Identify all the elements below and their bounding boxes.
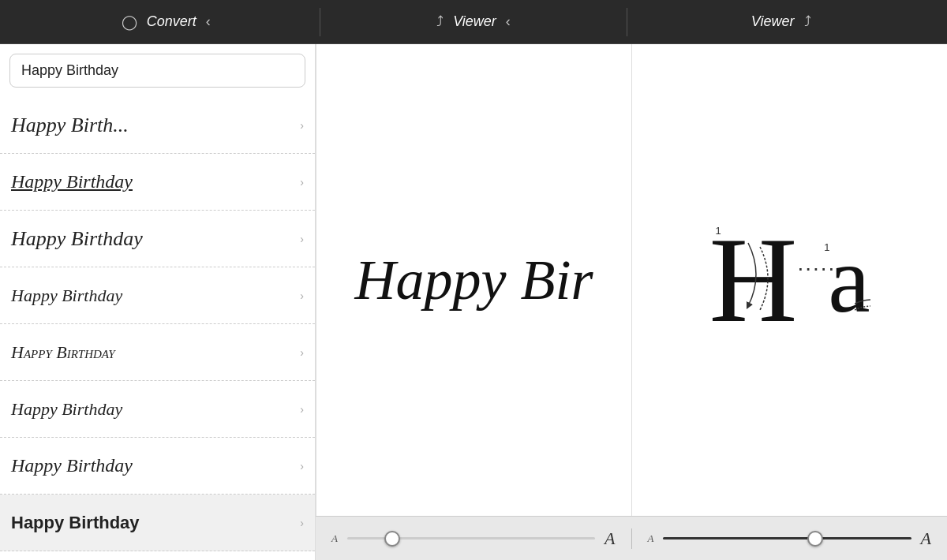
font-item-6[interactable]: Happy Birthday › — [0, 381, 315, 438]
font-item-4[interactable]: Happy Birthday › — [0, 267, 315, 324]
left-panel: Happy Birth... › Happy Birthday › Happy … — [0, 44, 316, 560]
viewer-canvas-right: 1 H — [632, 44, 947, 516]
slider-area: A A A A — [316, 516, 947, 560]
slider-section-right: A A — [631, 528, 948, 549]
font-item-7-label: Happy Birthday — [11, 455, 133, 476]
font-item-2[interactable]: Happy Birthday › — [0, 154, 315, 211]
main-content: Happy Birth... › Happy Birthday › Happy … — [0, 44, 947, 560]
app-header: ◯ Convert ‹ ⤴ Viewer ‹ Viewer ⤴ — [0, 0, 947, 44]
stroke-arrows — [732, 235, 795, 330]
header-viewer1-section: ⤴ Viewer ‹ — [320, 13, 627, 30]
chevron-icon-4: › — [300, 289, 304, 302]
stroke-number-1: 1 — [715, 226, 721, 236]
font-item-4-label: Happy Birthday — [11, 286, 122, 306]
back-icon-2[interactable]: ‹ — [506, 13, 511, 30]
header-viewer2-section: Viewer ⤴ — [627, 13, 934, 30]
font-item-7[interactable]: Happy Birthday › — [0, 438, 315, 495]
slider-right-track[interactable] — [663, 537, 911, 539]
slider-right-large-label: A — [921, 528, 931, 549]
font-item-3[interactable]: Happy Birthday › — [0, 211, 315, 267]
share-icon-1[interactable]: ⤴ — [436, 13, 444, 30]
share-icon-2[interactable]: ⤴ — [804, 13, 811, 30]
slider-section-left: A A — [316, 528, 631, 549]
font-item-5[interactable]: Happy Birthday › — [0, 324, 315, 381]
font-list: Happy Birth... › Happy Birthday › Happy … — [0, 94, 315, 560]
font-item-6-label: Happy Birthday — [11, 399, 122, 420]
slider-right-small-label: A — [648, 532, 654, 545]
chevron-icon-2: › — [300, 176, 304, 189]
chevron-icon-7: › — [300, 460, 304, 472]
slider-left-small-label: A — [331, 532, 338, 545]
slider-right-thumb[interactable] — [807, 531, 823, 547]
preview-small-letter: 1 a — [828, 233, 870, 327]
chevron-icon-6: › — [300, 403, 304, 416]
chevron-icon-1: › — [300, 119, 304, 132]
viewer-canvas-left: Happy Bir — [316, 44, 631, 516]
search-input[interactable] — [9, 54, 305, 88]
viewer2-title: Viewer — [751, 13, 795, 30]
preview-text-left: Happy Bir — [355, 248, 593, 313]
chevron-icon-8: › — [300, 517, 304, 529]
slider-left-thumb[interactable] — [384, 531, 400, 547]
viewer-panel-right: 1 H — [631, 44, 947, 516]
right-area: Happy Bir 1 H — [316, 44, 947, 560]
font-item-1-label: Happy Birth... — [11, 114, 129, 137]
trailing-strokes — [855, 288, 870, 319]
font-item-8-label: Happy Birthday — [11, 513, 140, 533]
convert-title: Convert — [147, 13, 197, 30]
font-item-8[interactable]: Happy Birthday › — [0, 495, 315, 551]
font-item-2-label: Happy Birthday — [11, 171, 133, 192]
stroke-number-2: 1 — [824, 242, 829, 252]
slider-left-track[interactable] — [347, 537, 595, 539]
font-item-3-label: Happy Birthday — [11, 227, 143, 251]
viewer1-title: Viewer — [453, 13, 496, 30]
history-icon[interactable]: ◯ — [122, 13, 137, 31]
chevron-icon-3: › — [300, 233, 304, 245]
font-item-5-label: Happy Birthday — [11, 342, 115, 363]
preview-composite: 1 H — [709, 219, 870, 342]
viewer-panels: Happy Bir 1 H — [316, 44, 947, 516]
back-icon-1[interactable]: ‹ — [206, 13, 211, 30]
viewer-panel-left: Happy Bir — [316, 44, 631, 516]
chevron-icon-5: › — [300, 346, 304, 359]
header-convert-section: ◯ Convert ‹ — [13, 13, 320, 31]
slider-left-large-label: A — [605, 528, 615, 549]
preview-big-letter: 1 H — [709, 219, 797, 342]
font-item-1[interactable]: Happy Birth... › — [0, 97, 315, 154]
